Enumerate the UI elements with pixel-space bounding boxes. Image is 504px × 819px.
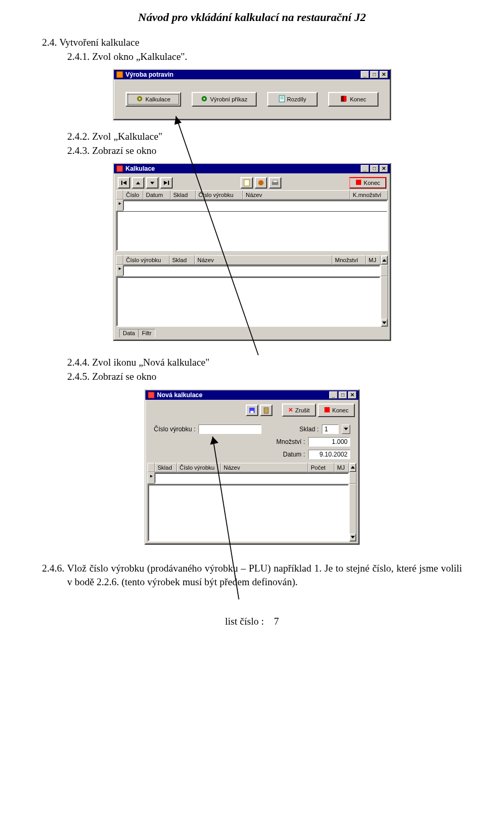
new-button[interactable] (240, 177, 253, 189)
grid-body[interactable] (116, 276, 381, 327)
record-pointer: ▸ (116, 265, 123, 276)
col-header: K.množství (350, 190, 388, 200)
col-header: Číslo výrobku (177, 463, 221, 472)
scrollbar[interactable] (349, 484, 356, 542)
konec-button[interactable]: Konec (349, 177, 386, 189)
window-title: Výroba potravin (125, 71, 173, 78)
label-cislo-vyrobku: Číslo výrobku : (154, 426, 195, 433)
save-button[interactable] (246, 405, 258, 416)
svg-rect-12 (117, 165, 123, 172)
konec-button[interactable]: Konec (328, 92, 379, 107)
mnozstvi-input[interactable]: 1.000 (308, 437, 350, 447)
konec-button[interactable]: Konec (318, 403, 355, 417)
col-header: Datum (143, 190, 171, 200)
svg-point-2 (139, 98, 141, 100)
svg-marker-15 (164, 181, 167, 185)
edit-button[interactable] (255, 177, 267, 189)
label-datum: Datum : (283, 451, 305, 458)
exit-icon (324, 407, 330, 414)
maximize-button[interactable]: □ (370, 165, 379, 172)
svg-rect-14 (121, 181, 122, 185)
grid-body[interactable] (148, 484, 349, 542)
grid-body[interactable] (116, 210, 388, 251)
col-header: Název (221, 463, 308, 472)
nav-next-button[interactable] (146, 177, 159, 189)
minimize-button[interactable]: _ (361, 71, 369, 78)
app-icon (148, 391, 155, 399)
toolbar: ✕ Zrušit Konec (148, 402, 356, 419)
button-label: Zrušit (295, 407, 310, 413)
sklad-input[interactable]: 1 (322, 424, 339, 434)
app-icon (116, 165, 123, 172)
col-header: Sklad (171, 190, 196, 200)
step-2-4-2: 2.4.2. Zvol „Kalkulace" (42, 130, 462, 144)
svg-rect-22 (148, 392, 154, 398)
button-label: Kalkulace (145, 96, 171, 102)
col-header: Číslo výrobku (123, 255, 170, 265)
grid-body[interactable] (123, 265, 381, 276)
window-title: Kalkulace (125, 165, 155, 172)
print-button[interactable] (269, 177, 281, 189)
col-header: Číslo (123, 190, 143, 200)
toolbar: Konec (116, 175, 388, 190)
scroll-up-button[interactable] (381, 255, 388, 265)
col-header: Název (243, 190, 350, 200)
scrollbar[interactable] (349, 472, 356, 484)
kalkulace-button[interactable]: Kalkulace (125, 92, 181, 107)
scrollbar[interactable] (381, 276, 388, 327)
record-pointer: ▸ (148, 472, 155, 484)
svg-rect-25 (264, 408, 268, 413)
app-icon (116, 71, 123, 78)
grid-body[interactable] (155, 472, 349, 484)
step-2-4: 2.4. Vytvoření kalkulace (42, 36, 462, 50)
close-button[interactable]: ✕ (348, 391, 356, 399)
step-2-4-6: 2.4.6. Vlož číslo výrobku (prodávaného v… (42, 562, 462, 589)
scroll-down-button[interactable] (381, 319, 387, 326)
svg-rect-21 (356, 180, 361, 185)
exit-icon (355, 179, 362, 186)
vyrobni-prikaz-button[interactable]: Výrobní příkaz (192, 92, 257, 107)
nav-first-button[interactable] (118, 177, 130, 189)
minimize-button[interactable]: _ (329, 391, 338, 399)
paste-button[interactable] (260, 405, 272, 416)
titlebar: Nová kalkulace _ □ ✕ (145, 390, 359, 400)
step-2-4-1: 2.4.1. Zvol okno „Kalkulace". (42, 50, 462, 64)
maximize-button[interactable]: □ (339, 391, 347, 399)
footer-label: list číslo : (225, 616, 264, 627)
row-marker (116, 255, 123, 265)
svg-rect-17 (244, 180, 249, 186)
button-label: Konec (350, 96, 366, 102)
scroll-up-button[interactable] (349, 463, 356, 472)
scroll-down-button[interactable] (350, 534, 356, 541)
grid-body[interactable] (123, 200, 388, 211)
col-header: Počet (308, 463, 334, 472)
svg-point-18 (258, 180, 264, 185)
svg-marker-13 (123, 181, 127, 185)
rozdily-button[interactable]: Rozdíly (267, 92, 318, 107)
datum-input[interactable]: 9.10.2002 (308, 450, 350, 459)
close-button[interactable]: ✕ (380, 71, 388, 78)
maximize-button[interactable]: □ (370, 71, 379, 78)
svg-point-4 (203, 98, 205, 100)
sklad-dropdown-button[interactable] (342, 424, 350, 434)
row-marker (116, 190, 123, 200)
close-button[interactable]: ✕ (380, 165, 388, 172)
tab-data[interactable]: Data (119, 329, 139, 338)
scrollbar[interactable] (381, 265, 388, 276)
nav-prev-button[interactable] (132, 177, 144, 189)
cross-icon: ✕ (288, 407, 293, 413)
button-label: Konec (364, 180, 380, 186)
col-header: Množství (332, 255, 366, 265)
window-vyroba-potravin: Výroba potravin _ □ ✕ Kalkulace (113, 69, 391, 120)
col-header: MJ (334, 463, 349, 472)
cislo-vyrobku-input[interactable] (198, 424, 261, 434)
tab-filtr[interactable]: Filtr (138, 329, 155, 338)
nav-last-button[interactable] (160, 177, 173, 189)
minimize-button[interactable]: _ (361, 165, 369, 172)
window-kalkulace: Kalkulace _ □ ✕ (113, 163, 391, 341)
titlebar: Kalkulace _ □ ✕ (114, 164, 390, 173)
svg-rect-9 (344, 96, 346, 101)
zrusit-button[interactable]: ✕ Zrušit (282, 403, 316, 417)
button-label: Výrobní příkaz (210, 96, 247, 102)
button-label: Konec (332, 407, 349, 413)
